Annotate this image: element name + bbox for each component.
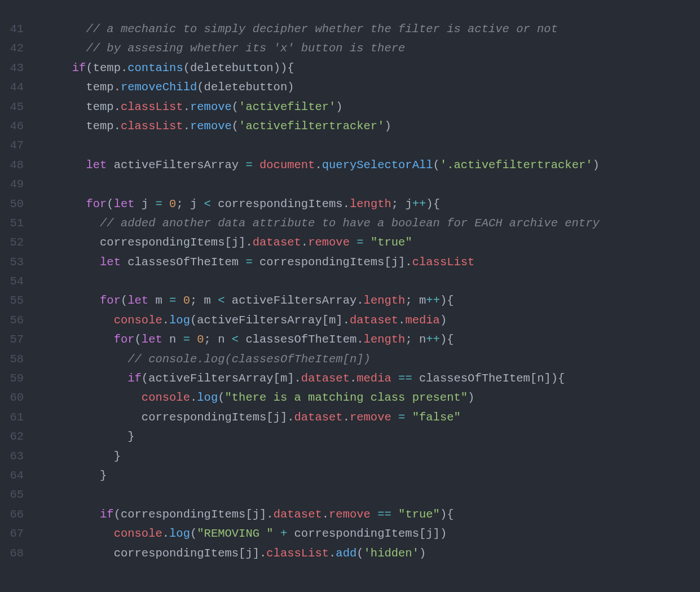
token: == — [398, 372, 412, 385]
token: ){ — [440, 508, 454, 521]
token: . — [356, 333, 363, 346]
token: n — [419, 333, 426, 346]
token: let — [142, 333, 162, 346]
token: activeFiltersArray — [107, 159, 245, 172]
token: 0 — [197, 333, 204, 346]
code-line[interactable]: let activeFiltersArray = document.queryS… — [30, 156, 700, 175]
token: + — [280, 527, 287, 540]
code-line[interactable]: temp.classList.remove('activefilter') — [30, 98, 700, 117]
code-line[interactable] — [30, 485, 700, 505]
code-line[interactable]: // console.log(classesOfTheItem[n]) — [30, 350, 700, 369]
line-number: 54 — [0, 272, 24, 291]
token: for — [114, 333, 135, 346]
token: < — [204, 198, 211, 211]
code-line[interactable] — [30, 175, 700, 194]
token: 'activefilter' — [239, 100, 336, 113]
token: 0 — [183, 294, 190, 307]
token: remove — [308, 236, 350, 249]
code-line[interactable]: // by assesing whether its 'x' button is… — [30, 39, 700, 58]
token: ]. — [336, 314, 350, 327]
code-line[interactable]: if(temp.contains(deletebutton)){ — [30, 59, 700, 78]
code-line[interactable]: if(activeFiltersArray[m].dataset.media =… — [30, 369, 700, 388]
token: ]. — [287, 372, 301, 385]
token: for — [86, 198, 107, 211]
token: // added another data attribute to have … — [100, 217, 600, 230]
line-number: 42 — [0, 39, 24, 58]
token: ( — [114, 508, 121, 521]
token: remove — [329, 508, 371, 521]
token: ( — [190, 314, 197, 327]
code-editor[interactable]: 4142434445464748495051525354555657585960… — [0, 0, 700, 592]
code-line[interactable] — [30, 136, 700, 155]
token: media — [356, 372, 391, 385]
token: [ — [266, 411, 273, 424]
code-line[interactable]: temp.removeChild(deletebutton) — [30, 78, 700, 97]
code-line[interactable]: correspondingItems[j].classList.add('hid… — [30, 544, 700, 563]
line-number: 64 — [0, 466, 24, 485]
token: [ — [239, 547, 245, 560]
token: ) — [440, 314, 447, 327]
token: j — [253, 508, 259, 521]
token: ]. — [253, 547, 267, 560]
token: let — [100, 256, 121, 269]
code-line[interactable]: for(let j = 0; j < correspondingItems.le… — [30, 195, 700, 214]
token: log — [197, 391, 218, 404]
token — [405, 411, 412, 424]
token: let — [127, 294, 148, 307]
token: [ — [274, 372, 280, 385]
line-number: 52 — [0, 233, 24, 252]
token: ){ — [440, 333, 454, 346]
code-line[interactable]: console.log("there is a matching class p… — [30, 388, 700, 407]
token — [274, 527, 280, 540]
code-line[interactable]: temp.classList.remove('activefiltertrack… — [30, 117, 700, 136]
token: j — [135, 198, 156, 211]
token — [371, 508, 377, 521]
token: remove — [190, 100, 232, 113]
token: ]. — [280, 411, 294, 424]
token: } — [127, 430, 134, 443]
token: = — [155, 198, 162, 211]
token — [350, 236, 356, 249]
token: [ — [224, 236, 231, 249]
code-line[interactable]: } — [30, 466, 700, 485]
token: correspondingItems — [211, 198, 343, 211]
token: '.activefiltertracker' — [440, 159, 593, 172]
token: dataset — [350, 314, 398, 327]
token: "there is a matching class present" — [225, 391, 468, 404]
token: activeFiltersArray — [197, 314, 322, 327]
token: = — [183, 333, 190, 346]
token: ; — [176, 198, 190, 211]
code-line[interactable]: console.log("REMOVING " + correspondingI… — [30, 524, 700, 543]
token: classList — [266, 547, 329, 560]
token: . — [301, 236, 308, 249]
token: == — [377, 508, 391, 521]
token: ( — [86, 62, 93, 74]
token: dataset — [274, 508, 322, 521]
token: . — [190, 391, 197, 404]
token: n — [162, 333, 183, 346]
code-line[interactable]: for(let n = 0; n < classesOfTheItem.leng… — [30, 330, 700, 349]
code-line[interactable]: // added another data attribute to have … — [30, 214, 700, 233]
token: j — [405, 198, 412, 211]
code-line[interactable]: } — [30, 427, 700, 446]
code-line[interactable]: // a mechanic to simply decipher whether… — [30, 20, 700, 39]
token: // a mechanic to simply decipher whether… — [86, 23, 558, 36]
code-line[interactable]: correspondingItems[j].dataset.remove = "… — [30, 408, 700, 427]
code-line[interactable] — [30, 272, 700, 291]
token: . — [343, 198, 350, 211]
token: add — [336, 547, 356, 560]
code-line[interactable]: for(let m = 0; m < activeFiltersArray.le… — [30, 291, 700, 310]
code-line[interactable]: let classesOfTheItem = correspondingItem… — [30, 253, 700, 272]
token: . — [183, 120, 190, 133]
token: if — [72, 62, 86, 74]
token: ) — [287, 81, 294, 94]
token: ( — [107, 198, 113, 211]
code-line[interactable]: correspondingItems[j].dataset.remove = "… — [30, 233, 700, 252]
token: "false" — [412, 411, 461, 424]
token: m — [204, 294, 218, 307]
code-line[interactable]: if(correspondingItems[j].dataset.remove … — [30, 505, 700, 524]
code-line[interactable]: console.log(activeFiltersArray[m].datase… — [30, 311, 700, 330]
code-line[interactable]: } — [30, 447, 700, 466]
token: [ — [419, 527, 426, 540]
code-area[interactable]: // a mechanic to simply decipher whether… — [30, 20, 700, 592]
